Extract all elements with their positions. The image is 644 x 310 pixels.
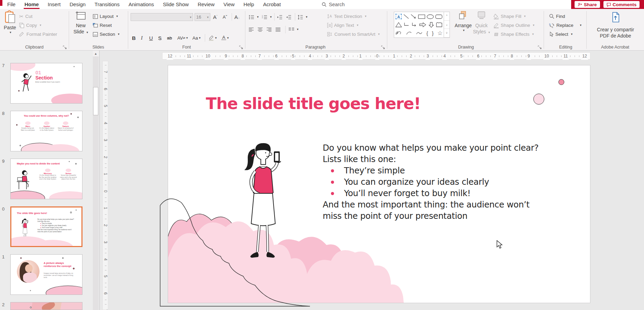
tab-design[interactable]: Design [65, 0, 90, 9]
column-icon-blob [63, 121, 68, 125]
clipboard-dialog-launcher[interactable] [63, 45, 67, 49]
bullets-button[interactable]: ▾ [249, 13, 259, 21]
replace-button[interactable]: bc Replace ▾ [549, 21, 581, 29]
line-spacing-button[interactable]: ▾ [298, 13, 308, 21]
shrink-font-button[interactable]: Aˇ [223, 13, 227, 21]
char-spacing-caret: ▾ [186, 36, 188, 40]
align-text-button[interactable]: Align Text ▾ [327, 21, 358, 29]
change-case-button[interactable]: Aa▾ [192, 34, 200, 42]
italic-button[interactable]: I [141, 34, 143, 42]
thumbnail-slide-8[interactable]: You could use three columns, why not? Ma… [10, 111, 82, 151]
shapes-scroll-up-button[interactable]: ⌃ [444, 12, 449, 21]
reset-button[interactable]: Reset [93, 21, 112, 29]
vertical-ruler[interactable]: 765432101234567 [102, 61, 108, 310]
thumbnail-slide-9[interactable]: Maybe you need to divide the content Mer… [10, 159, 82, 199]
justify-button[interactable] [276, 25, 281, 33]
layout-icon [93, 14, 98, 19]
create-pdf-button[interactable]: Crear y compartir PDF de Adobe [590, 10, 641, 43]
shape-effects-caret: ▾ [532, 33, 534, 36]
arrange-button[interactable]: Arrange ▾ [454, 10, 472, 43]
tab-home[interactable]: Home [20, 0, 43, 9]
shape-fill-button[interactable]: Shape Fill ▾ [493, 12, 526, 20]
tab-insert[interactable]: Insert [43, 0, 65, 9]
share-button[interactable]: Share [575, 1, 600, 8]
font-size-combo[interactable]: 16 ▾ [195, 13, 210, 21]
layout-button[interactable]: Layout ▾ [93, 12, 118, 20]
strikethrough-glyph: ab [167, 35, 172, 41]
horizontal-ruler[interactable]: 1211109876543210123456789101112 [162, 52, 590, 60]
bullet-item: They’re simple [323, 165, 538, 176]
align-right-button[interactable] [267, 25, 272, 33]
drawing-dialog-launcher[interactable] [538, 45, 542, 49]
font-dialog-launcher[interactable] [239, 45, 243, 49]
convert-smartart-button[interactable]: Convert to SmartArt ▾ [327, 30, 380, 38]
highlight-color-button[interactable]: ▾ [208, 34, 217, 42]
bold-button[interactable]: B [132, 34, 136, 42]
thumbnail-scrollbar[interactable]: ▲ [93, 51, 99, 310]
thumbnail-slide-7[interactable]: 01 Section Enter a subtitle here if you … [10, 63, 82, 104]
scroll-up-arrow[interactable]: ▲ [93, 51, 99, 56]
group-divider [387, 11, 387, 49]
slide-canvas[interactable]: The slide title goes here! [168, 65, 590, 303]
ruler-number: 3 [102, 239, 108, 245]
tab-help[interactable]: Help [239, 0, 259, 9]
tab-animations[interactable]: Animations [124, 0, 158, 9]
woman-with-phone-illustration[interactable] [234, 138, 282, 262]
shapes-scroll-down-button[interactable]: ⌄ [444, 21, 449, 29]
thumbnail-slide-10-selected[interactable]: The slide title goes here! Do you know w… [10, 206, 82, 247]
thumb11-photo [17, 260, 40, 283]
shapes-more-button[interactable]: ⩒ [444, 29, 449, 38]
numbering-button[interactable]: 12 ▾ [262, 13, 272, 21]
cut-button[interactable]: ✂ Cut [19, 12, 33, 20]
select-button[interactable]: Select ▾ [549, 30, 573, 38]
text-shadow-button[interactable]: S [158, 34, 162, 42]
text-direction-button[interactable]: A Text Direction ▾ [327, 12, 366, 20]
large-pink-circle-decoration[interactable] [533, 94, 544, 105]
strikethrough-button[interactable]: ab [167, 34, 172, 42]
tab-slide-show[interactable]: Slide Show [158, 0, 193, 9]
separator [274, 13, 275, 21]
small-pink-circle-decoration[interactable] [558, 79, 564, 85]
slide-title[interactable]: The slide title goes here! [206, 94, 421, 113]
thumb8-title: You could use three columns, why not? [11, 115, 82, 117]
tab-file[interactable]: File [3, 0, 20, 9]
decrease-indent-button[interactable] [277, 13, 282, 21]
comments-button[interactable]: Comments [603, 1, 640, 8]
clear-formatting-button[interactable]: A◌ [234, 13, 240, 21]
align-left-button[interactable] [249, 25, 254, 33]
format-painter-button[interactable]: Format Painter [19, 30, 57, 38]
tab-view[interactable]: View [219, 0, 239, 9]
thumbnail-slide-12[interactable] [10, 302, 82, 310]
thumbnail-slide-11[interactable]: A picture always reinforces the concept … [10, 254, 82, 295]
search-box[interactable]: Search [322, 1, 345, 8]
quick-styles-button[interactable]: Quick Styles ▾ [472, 10, 491, 43]
find-icon [549, 14, 554, 19]
tab-transitions[interactable]: Transitions [90, 0, 124, 9]
font-name-combo[interactable]: ▾ [131, 13, 193, 21]
tab-review[interactable]: Review [193, 0, 219, 9]
shape-outline-button[interactable]: Shape Outline ▾ [493, 21, 534, 29]
thumb11-body: Images reveal large amounts of data, so … [44, 272, 75, 279]
underline-button[interactable]: U [149, 34, 153, 42]
elbow-arrow-connector-icon [411, 22, 418, 28]
copy-button[interactable]: Copy ▾ [19, 21, 41, 29]
increase-indent-button[interactable] [286, 13, 291, 21]
slide-body-textbox[interactable]: Do you know what helps you make your poi… [323, 142, 538, 222]
grow-font-button[interactable]: Aˆ [213, 13, 218, 21]
align-center-button[interactable] [258, 25, 263, 33]
character-spacing-button[interactable]: AV⇄▾ [177, 34, 188, 42]
new-slide-button[interactable]: New Slide ▾ [71, 10, 90, 43]
font-color-button[interactable]: A ▾ [221, 34, 229, 42]
shapes-gallery[interactable]: A { } ☆ [394, 12, 444, 38]
paragraph-dialog-launcher[interactable] [381, 45, 385, 49]
paste-button[interactable]: Paste ▾ [2, 10, 18, 43]
tab-acrobat[interactable]: Acrobat [258, 0, 285, 9]
body-line: And the most important thing: the audien… [323, 199, 538, 210]
shape-effects-button[interactable]: Shape Effects ▾ [493, 30, 534, 38]
columns-button[interactable]: ▾ [289, 25, 299, 33]
mouse-cursor [496, 240, 503, 249]
scrollbar-thumb[interactable] [93, 87, 98, 115]
thumb10-title: The slide title goes here! [17, 212, 47, 215]
find-button[interactable]: Find [549, 12, 565, 20]
section-button[interactable]: Section ▾ [93, 30, 120, 38]
